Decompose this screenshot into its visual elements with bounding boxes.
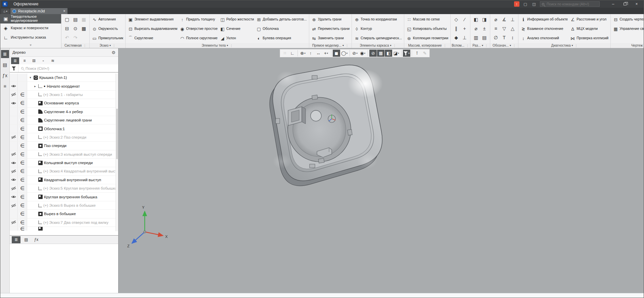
ribbon-command[interactable]: ⊟Создать чертеж по шаблону [612, 15, 644, 24]
tree-item[interactable]: ∈Скругление 4-х ребер [10, 108, 116, 116]
display-settings-icon[interactable]: ◫ [531, 2, 537, 7]
eye-hidden-icon[interactable] [10, 184, 18, 192]
zone-icon[interactable]: ▤ [480, 33, 489, 42]
tree-item[interactable]: ∈Оболочка:1 [10, 125, 116, 133]
update-notification-icon[interactable]: ↑ [514, 1, 519, 7]
visibility-cell[interactable] [10, 210, 18, 218]
restore-button[interactable] [620, 1, 629, 7]
ribbon-command[interactable]: ⊛Коллекция геометрии [406, 34, 449, 43]
save-as-icon[interactable]: ▩ [80, 24, 88, 33]
section-dropdown-arrow[interactable]: ▾ [227, 44, 228, 47]
section-dropdown-arrow[interactable]: ▾ [342, 44, 344, 47]
section-grip-icon[interactable]: ⋮ [112, 44, 116, 47]
ribbon-command[interactable]: ⊙Окружность [91, 24, 124, 34]
ribbon-command[interactable]: ◱Копировать объекты [406, 24, 449, 34]
main-menu-rail-button[interactable]: ≡ [1, 82, 9, 90]
command-search-input[interactable] [546, 2, 598, 6]
datum-plane-icon[interactable]: ◇ [452, 15, 460, 24]
tree-tab[interactable]: ≣ [12, 236, 20, 243]
ribbon-command[interactable]: ℹИнформация об объекте [520, 15, 568, 24]
eye-visible-icon[interactable] [10, 159, 18, 167]
parting-surface-icon[interactable]: ◨ [480, 15, 489, 24]
scrollbar-thumb[interactable] [116, 109, 118, 159]
eye-visible-icon[interactable] [10, 99, 18, 107]
eye-hidden-icon[interactable] [10, 150, 18, 158]
diameter-dimension-icon[interactable]: ⌀ [492, 15, 500, 24]
section-dropdown-arrow[interactable]: ▾ [482, 44, 483, 47]
ribbon-command[interactable]: ↕Анализ отклонений [520, 34, 568, 43]
text-annotation-icon[interactable]: T [500, 33, 508, 42]
app-logo-icon[interactable]: K [2, 1, 8, 7]
eye-hidden-icon[interactable] [10, 133, 18, 141]
surface-finish-icon[interactable]: ▽ [500, 24, 508, 33]
mode-tab[interactable]: ▣Твердотельное моделирование [0, 14, 61, 23]
ribbon-command[interactable]: ▦Управление связанными ч... [612, 24, 644, 34]
ribbon-command[interactable]: ⊡Вырезать выдавливанием [127, 24, 178, 34]
viewport-3d[interactable]: ∷∟⊕▾↑↔+▾◼◯▾⊘▾◉▾⊘▦◧◪▾▾⊺✎ [119, 48, 644, 293]
ribbon-command[interactable]: ∠Расстояние и угол [569, 15, 609, 24]
tree-item[interactable]: ∈Основание корпуса [10, 99, 116, 107]
ribbon-command[interactable]: ↑Придать толщину [179, 15, 218, 24]
expander-closed-icon[interactable]: ▸ [33, 85, 37, 88]
section-grip-icon[interactable]: ⋮ [513, 44, 516, 47]
tree-item[interactable]: ∈Вырез в бобышке [10, 210, 116, 218]
document-tab[interactable]: Receptacle.m3d × [10, 8, 67, 14]
tree-relations-button[interactable]: ⊞ [30, 57, 38, 64]
leader-icon[interactable]: ↕ [508, 33, 517, 42]
round-section-icon[interactable]: ⌀ [472, 24, 480, 33]
eye-hidden-icon[interactable] [10, 218, 18, 227]
ribbon-command[interactable]: ◉Отверстие простое [179, 24, 218, 34]
new-document-icon[interactable]: ▢ [63, 15, 71, 24]
section-dropdown-arrow[interactable]: ▾ [390, 44, 392, 47]
ribbon-command[interactable]: ⊞Добавить деталь-заготов... [255, 15, 307, 24]
eye-visible-icon[interactable] [10, 176, 18, 184]
section-grip-icon[interactable]: ⋮ [466, 44, 469, 47]
tree-structure-button[interactable]: ≣ [11, 57, 19, 64]
new-window-icon[interactable]: ▢ [522, 2, 528, 7]
mode-tab[interactable]: ◈Каркас и поверхности [0, 23, 61, 33]
section-grip-icon[interactable]: ⋮ [83, 44, 86, 47]
round-hole[interactable] [311, 110, 321, 121]
section-dropdown-arrow[interactable]: ▾ [109, 44, 111, 47]
tree-filter-button[interactable] [10, 64, 18, 72]
ribbon-command[interactable]: ◐Булева операция [255, 34, 307, 43]
model-3d-view[interactable] [247, 51, 398, 198]
ribbon-command[interactable]: ≷Взаимное отклонение [520, 24, 568, 34]
section-grip-icon[interactable]: ⋮ [346, 44, 349, 47]
print-icon[interactable]: ⊟ [63, 24, 71, 33]
preview-icon[interactable]: ⊙ [71, 24, 80, 33]
eye-hidden-icon[interactable] [10, 91, 18, 99]
local-cs-icon[interactable]: + [460, 24, 469, 33]
tree-item[interactable]: ∈(+) Эскиз:3 кольцевой выступ спереди [10, 150, 116, 159]
ribbon-command[interactable]: ⊗Удалить грани [311, 15, 350, 24]
hole-callout-icon[interactable]: ∅ [492, 33, 500, 42]
command-search[interactable] [540, 1, 600, 7]
tree-item[interactable]: ∈Скругление лицевой грани [10, 116, 116, 125]
mode-tab[interactable]: ∟Инструменты эскиза [0, 33, 61, 42]
tree-item[interactable]: ∈(+) Эскиз:1 - габариты [10, 91, 116, 99]
tree-item[interactable]: ∈(+) Эскиз:6 Вырез в бобышке [10, 201, 116, 210]
visibility-cell[interactable] [10, 116, 18, 124]
eye-visible-icon[interactable] [10, 82, 18, 90]
tree-rail-button[interactable]: ≣ [1, 50, 9, 58]
tab-close-icon[interactable]: × [63, 9, 65, 13]
datum-point-icon[interactable]: ◆ [452, 33, 460, 42]
ribbon-command[interactable]: ∿Автолиния [91, 15, 124, 24]
visibility-cell[interactable] [10, 227, 18, 231]
tree-search-input[interactable] [25, 66, 118, 71]
tree-item[interactable]: ∈Паз спереди [10, 142, 116, 150]
visibility-cell[interactable] [10, 73, 18, 82]
tree-layers-button[interactable]: ≋ [49, 57, 57, 64]
ribbon-command[interactable]: ≋Спираль цилиндрическ... [353, 34, 403, 43]
filter-button[interactable]: ▾ [403, 50, 410, 57]
gear-icon[interactable]: ⚙ [111, 50, 116, 55]
close-button[interactable]: × [632, 1, 641, 7]
ribbon-command[interactable]: ▣Элемент выдавливания [127, 15, 178, 24]
reference-geometry-icon[interactable]: ⊥ [460, 33, 469, 42]
home-button[interactable]: ⌂▾ [1, 8, 10, 14]
angle-dimension-icon[interactable]: ∡ [500, 15, 508, 24]
ribbon-command[interactable]: ◫Ребро жесткости [219, 15, 255, 24]
ribbon-command[interactable]: ◢Уклон [219, 34, 255, 43]
redo-icon[interactable]: ↷ [71, 33, 80, 42]
ribbon-command[interactable]: ∆МЦХ модели [569, 24, 609, 34]
